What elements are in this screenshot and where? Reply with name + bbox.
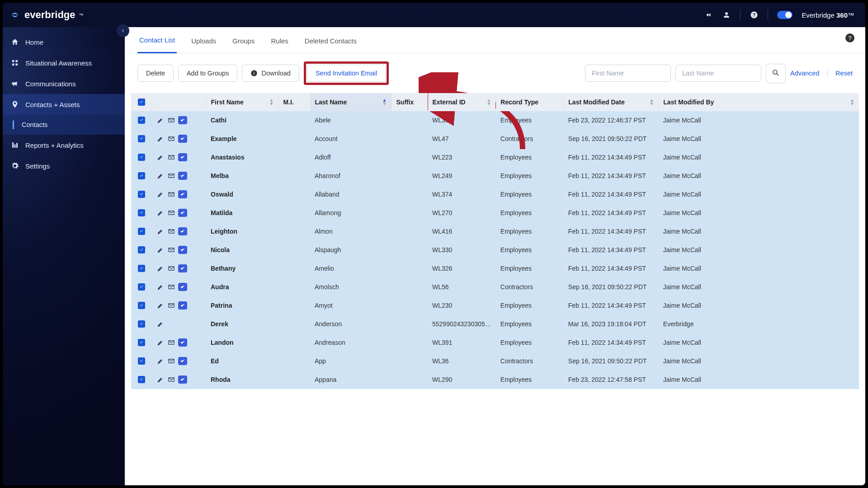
row-checkbox[interactable] — [138, 135, 145, 142]
column-external-id[interactable]: External ID▲▼ — [428, 93, 496, 111]
edit-icon[interactable] — [156, 190, 165, 198]
suite-toggle[interactable] — [777, 11, 793, 19]
mail-icon[interactable] — [167, 172, 175, 180]
table-row[interactable]: Leighton Almon WL416 Employees Feb 11, 2… — [131, 222, 859, 241]
row-checkbox[interactable] — [138, 154, 145, 161]
checkbox-icon[interactable] — [138, 99, 145, 106]
table-row[interactable]: Audra Amolsch WL56 Contractors Sep 16, 2… — [131, 278, 859, 296]
collapse-icon[interactable] — [704, 10, 713, 19]
status-badge-icon[interactable] — [178, 375, 187, 384]
status-badge-icon[interactable] — [178, 209, 187, 217]
mail-icon[interactable] — [167, 227, 175, 235]
row-checkbox[interactable] — [138, 228, 145, 235]
table-row[interactable]: Nicola Alspaugh WL330 Employees Feb 11, … — [131, 241, 859, 259]
first-name-input[interactable] — [585, 65, 671, 82]
edit-icon[interactable] — [156, 320, 165, 328]
mail-icon[interactable] — [167, 190, 175, 198]
edit-icon[interactable] — [156, 172, 165, 180]
table-row[interactable]: Bethany Amelio WL326 Employees Feb 11, 2… — [131, 259, 859, 278]
edit-icon[interactable] — [156, 301, 165, 310]
mail-icon[interactable] — [167, 357, 175, 365]
table-row[interactable]: Ed App WL36 Contractors Sep 16, 2021 09:… — [131, 352, 859, 371]
mail-icon[interactable] — [167, 283, 175, 291]
row-checkbox[interactable] — [138, 320, 145, 328]
sidebar-item-settings[interactable]: Settings — [3, 155, 125, 176]
edit-icon[interactable] — [156, 283, 165, 291]
edit-icon[interactable] — [156, 357, 165, 365]
status-badge-icon[interactable] — [178, 301, 187, 310]
edit-icon[interactable] — [156, 135, 165, 143]
sidebar-item-communications[interactable]: Communications — [3, 73, 125, 94]
column-last-name[interactable]: Last Name▲▼ — [310, 93, 392, 111]
column-first-name[interactable]: First Name▲▼ — [206, 93, 278, 111]
table-row[interactable]: Derek Anderson 552990243230305… Employee… — [131, 315, 859, 333]
column-modified-by[interactable]: Last Modified By▲▼ — [659, 93, 859, 111]
add-to-groups-button[interactable]: Add to Groups — [178, 65, 238, 82]
mail-icon[interactable] — [167, 153, 175, 161]
edit-icon[interactable] — [156, 227, 165, 235]
column-mi[interactable]: M.I. — [278, 93, 310, 111]
mail-icon[interactable] — [167, 264, 175, 272]
advanced-link[interactable]: Advanced — [790, 70, 820, 77]
table-row[interactable]: Matilda Allamong WL270 Employees Feb 11,… — [131, 204, 859, 222]
tab-groups[interactable]: Groups — [231, 28, 256, 53]
mail-icon[interactable] — [167, 135, 175, 143]
status-badge-icon[interactable] — [178, 283, 187, 291]
sidebar-item-home[interactable]: Home — [3, 32, 125, 52]
sidebar-item-contacts-assets[interactable]: Contacts + Assets — [3, 94, 125, 115]
column-modified-date[interactable]: Last Modified Date▲▼ — [564, 93, 659, 111]
download-button[interactable]: i Download — [242, 65, 299, 82]
table-row[interactable]: Melba Aharonof WL249 Employees Feb 11, 2… — [131, 167, 859, 185]
edit-icon[interactable] — [156, 246, 165, 254]
status-badge-icon[interactable] — [178, 190, 187, 198]
user-icon[interactable] — [722, 10, 731, 19]
search-button[interactable] — [766, 64, 786, 83]
edit-icon[interactable] — [156, 116, 165, 124]
row-checkbox[interactable] — [138, 357, 145, 365]
column-suffix[interactable]: Suffix — [392, 93, 428, 111]
table-row[interactable]: Patrina Amyot WL230 Employees Feb 11, 20… — [131, 296, 859, 315]
last-name-input[interactable] — [675, 65, 761, 82]
edit-icon[interactable] — [156, 153, 165, 161]
edit-icon[interactable] — [156, 209, 165, 217]
edit-icon[interactable] — [156, 264, 165, 272]
sidebar-collapse-button[interactable] — [117, 24, 129, 37]
row-checkbox[interactable] — [138, 339, 145, 346]
table-row[interactable]: Example Account WL47 Contractors Sep 16,… — [131, 130, 859, 148]
row-checkbox[interactable] — [138, 376, 145, 383]
send-invitation-button[interactable]: Send Invitation Email — [307, 65, 386, 82]
status-badge-icon[interactable] — [178, 264, 187, 272]
row-checkbox[interactable] — [138, 172, 145, 179]
sidebar-item-reports[interactable]: Reports + Analytics — [3, 135, 125, 155]
edit-icon[interactable] — [156, 338, 165, 347]
page-help-icon[interactable]: ? — [845, 33, 854, 42]
status-badge-icon[interactable] — [178, 135, 187, 143]
edit-icon[interactable] — [156, 375, 165, 384]
tab-rules[interactable]: Rules — [269, 28, 290, 53]
table-row[interactable]: Landon Andreason WL391 Employees Feb 11,… — [131, 333, 859, 352]
sidebar-subitem-contacts[interactable]: Contacts — [3, 115, 125, 135]
tab-contact-list[interactable]: Contact List — [137, 27, 177, 53]
status-badge-icon[interactable] — [178, 357, 187, 365]
reset-link[interactable]: Reset — [835, 70, 853, 77]
mail-icon[interactable] — [167, 116, 175, 124]
column-record-type[interactable]: Record Type — [496, 93, 564, 111]
row-checkbox[interactable] — [138, 117, 145, 124]
status-badge-icon[interactable] — [178, 246, 187, 254]
mail-icon[interactable] — [167, 209, 175, 217]
table-row[interactable]: Cathi Abele WL356 Employees Feb 23, 2022… — [131, 111, 859, 130]
row-checkbox[interactable] — [138, 246, 145, 253]
help-icon[interactable]: ? — [750, 10, 759, 19]
mail-icon[interactable] — [167, 246, 175, 254]
status-badge-icon[interactable] — [178, 227, 187, 235]
tab-deleted[interactable]: Deleted Contacts — [303, 28, 359, 53]
delete-button[interactable]: Delete — [137, 65, 174, 82]
mail-icon[interactable] — [167, 375, 175, 384]
row-checkbox[interactable] — [138, 265, 145, 272]
row-checkbox[interactable] — [138, 302, 145, 309]
tab-uploads[interactable]: Uploads — [189, 28, 218, 53]
row-checkbox[interactable] — [138, 191, 145, 198]
table-row[interactable]: Oswald Allaband WL374 Employees Feb 11, … — [131, 185, 859, 204]
mail-icon[interactable] — [167, 338, 175, 347]
row-checkbox[interactable] — [138, 209, 145, 216]
